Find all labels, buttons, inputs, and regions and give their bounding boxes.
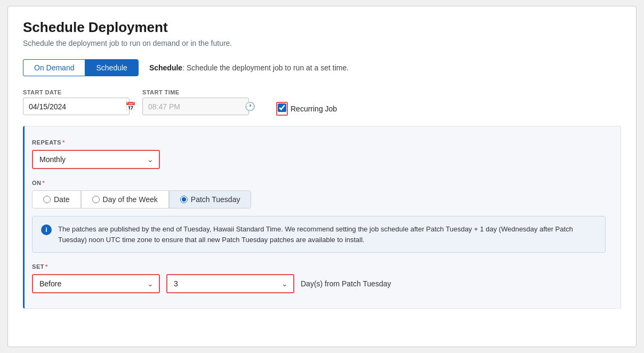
repeats-select-wrapper: Daily Weekly Monthly Yearly ⌄ <box>32 150 160 169</box>
page-subtitle: Schedule the deployment job to run on de… <box>23 39 621 47</box>
tab-description-label: Schedule <box>149 63 182 72</box>
radio-option-patch-tuesday[interactable]: Patch Tuesday <box>169 190 252 208</box>
clock-icon: 🕐 <box>245 101 255 111</box>
start-time-input-wrapper[interactable]: 🕐 <box>142 98 249 115</box>
info-icon: i <box>41 224 52 235</box>
days-suffix-label: Day(s) from Patch Tuesday <box>301 279 391 288</box>
radio-date-label: Date <box>54 195 70 204</box>
info-box: i The patches are published by the end o… <box>32 216 606 253</box>
start-time-group: START TIME 🕐 <box>142 89 249 115</box>
start-time-label: START TIME <box>142 89 249 95</box>
set-group: SET* Before After On ⌄ 1 2 3 4 <box>32 263 606 293</box>
recurring-section: REPEATS* Daily Weekly Monthly Yearly ⌄ O… <box>23 126 621 309</box>
days-select[interactable]: 1 2 3 4 5 6 7 <box>166 274 294 293</box>
tab-row: On Demand Schedule Schedule: Schedule th… <box>23 59 621 76</box>
on-label: ON* <box>32 180 606 186</box>
page-title: Schedule Deployment <box>23 19 621 36</box>
repeats-group: REPEATS* Daily Weekly Monthly Yearly ⌄ <box>32 139 606 169</box>
repeats-label: REPEATS* <box>32 139 606 146</box>
on-radio-group: Date Day of the Week Patch Tuesday <box>32 190 606 208</box>
radio-patch-tuesday[interactable] <box>180 196 188 203</box>
start-date-label: START DATE <box>23 89 130 95</box>
on-group: ON* Date Day of the Week Patch Tuesday <box>32 180 606 208</box>
schedule-deployment-window: Schedule Deployment Schedule the deploym… <box>7 6 637 347</box>
on-demand-tab[interactable]: On Demand <box>23 59 85 76</box>
repeats-select[interactable]: Daily Weekly Monthly Yearly <box>32 150 160 169</box>
recurring-job-label: Recurring Job <box>291 105 337 113</box>
radio-day-of-week-label: Day of the Week <box>103 195 158 204</box>
start-time-input[interactable] <box>148 102 241 111</box>
set-row: Before After On ⌄ 1 2 3 4 5 6 7 <box>32 274 606 293</box>
radio-date[interactable] <box>43 196 51 203</box>
schedule-tab[interactable]: Schedule <box>85 59 138 76</box>
start-date-group: START DATE 📅 <box>23 89 130 115</box>
set-label: SET* <box>32 263 606 270</box>
tab-description: Schedule: Schedule the deployment job to… <box>149 63 349 72</box>
info-text: The patches are published by the end of … <box>58 224 597 245</box>
start-date-input-wrapper[interactable]: 📅 <box>23 98 130 115</box>
tab-description-text: Schedule the deployment job to run at a … <box>187 63 349 72</box>
recurring-job-row: Recurring Job <box>278 103 337 115</box>
radio-patch-tuesday-label: Patch Tuesday <box>191 195 240 204</box>
radio-option-day-of-week[interactable]: Day of the Week <box>81 190 169 208</box>
calendar-icon: 📅 <box>125 101 136 111</box>
before-select-wrapper: Before After On ⌄ <box>32 274 160 293</box>
before-select[interactable]: Before After On <box>32 274 160 293</box>
recurring-checkbox-wrapper <box>278 103 286 114</box>
recurring-job-checkbox[interactable] <box>278 103 286 112</box>
form-row: START DATE 📅 START TIME 🕐 Recurring Job <box>23 89 621 115</box>
days-select-wrapper: 1 2 3 4 5 6 7 ⌄ <box>166 274 294 293</box>
radio-option-date[interactable]: Date <box>32 190 81 208</box>
radio-day-of-week[interactable] <box>92 196 100 203</box>
start-date-input[interactable] <box>29 102 122 111</box>
